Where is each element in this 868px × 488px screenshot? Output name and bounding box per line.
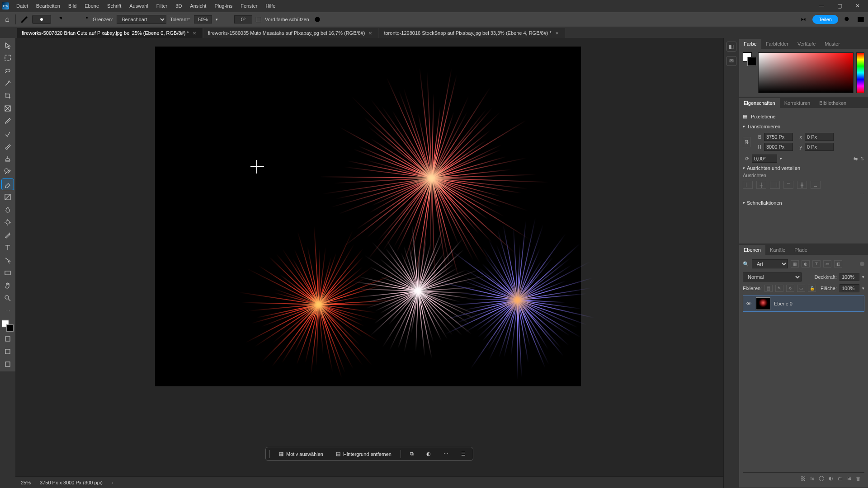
align-bottom-icon[interactable]: ⎽	[811, 181, 821, 189]
pressure-icon[interactable]	[313, 15, 322, 24]
tab-close-icon[interactable]: ✕	[193, 31, 196, 36]
layer-name[interactable]: Ebene 0	[774, 301, 793, 306]
panel-tab-eigenschaften[interactable]: Eigenschaften	[739, 98, 780, 108]
tool-gradient[interactable]	[2, 192, 14, 202]
select-subject-button[interactable]: ▦ Motiv auswählen	[275, 449, 327, 459]
tolerance-dropdown-icon[interactable]: ▾	[216, 17, 218, 22]
flip-v-icon[interactable]: ⥮	[860, 156, 864, 162]
panel-tab-pfade[interactable]: Pfade	[790, 245, 812, 255]
tool-brush[interactable]	[2, 141, 14, 152]
tool-blur[interactable]	[2, 204, 14, 215]
align-top-icon[interactable]: ⎺	[783, 181, 793, 189]
tool-more[interactable]	[2, 305, 14, 316]
quick-actions-section[interactable]: Schnellaktionen	[747, 200, 782, 206]
search-icon[interactable]	[843, 15, 852, 24]
align-left-icon[interactable]: ⎸	[743, 181, 753, 189]
lock-paint-icon[interactable]: ✎	[775, 285, 783, 292]
angle-input[interactable]	[234, 15, 252, 23]
brush-preset-icon[interactable]	[32, 15, 51, 24]
tool-eraser[interactable]	[2, 179, 14, 190]
tolerance-input[interactable]	[194, 15, 212, 23]
menu-bild[interactable]: Bild	[65, 1, 80, 10]
filter-search-icon[interactable]: 🔍	[743, 261, 749, 267]
tool-history-brush[interactable]	[2, 166, 14, 177]
filter-type-icon[interactable]: T	[812, 260, 821, 267]
ctx-crop-icon[interactable]: ⧉	[406, 449, 417, 459]
tab-close-icon[interactable]: ✕	[368, 31, 372, 36]
filter-shape-icon[interactable]: ▭	[823, 260, 831, 267]
tool-crop[interactable]	[2, 90, 14, 101]
color-swatches[interactable]	[2, 320, 14, 332]
link-wh-icon[interactable]: ⇅	[743, 137, 750, 147]
panel-tab-bibliotheken[interactable]: Bibliotheken	[815, 98, 851, 108]
share-button[interactable]: Teilen	[812, 15, 838, 24]
width-input[interactable]	[764, 133, 793, 141]
home-button[interactable]: ⌂	[3, 15, 12, 24]
artboard[interactable]	[156, 47, 580, 386]
transform-section[interactable]: Transformieren	[747, 124, 780, 129]
tool-stamp[interactable]	[2, 154, 14, 164]
panel-tab-verläufe[interactable]: Verläufe	[793, 39, 820, 49]
edit-toolbar-icon[interactable]	[2, 333, 14, 344]
filter-toggle[interactable]	[860, 262, 864, 266]
dock-history-icon[interactable]: ◧	[726, 42, 736, 52]
sampling-once-icon[interactable]	[67, 15, 76, 24]
remove-background-button[interactable]: ▤ Hintergrund entfernen	[332, 449, 395, 459]
panel-tab-farbe[interactable]: Farbe	[739, 39, 761, 49]
sampling-swatch-icon[interactable]	[80, 15, 89, 24]
canvas-area[interactable]: ▦ Motiv auswählen ▤ Hintergrund entferne…	[15, 38, 723, 476]
tool-path-sel[interactable]	[2, 255, 14, 266]
quick-mask-icon[interactable]	[2, 346, 14, 357]
tool-healing[interactable]	[2, 128, 14, 139]
paint-symmetry-icon[interactable]	[799, 15, 808, 24]
window-maximize-button[interactable]: ▢	[835, 3, 844, 9]
menu-bearbeiten[interactable]: Bearbeiten	[33, 1, 64, 10]
lock-all-icon[interactable]: 🔒	[808, 285, 816, 292]
workspace-icon[interactable]	[856, 15, 865, 24]
group-layers-icon[interactable]: 🗀	[838, 476, 843, 481]
menu-plug-ins[interactable]: Plug-ins	[211, 1, 236, 10]
tool-shape[interactable]	[2, 267, 14, 278]
screen-mode-icon[interactable]	[2, 359, 14, 370]
tool-zoom[interactable]	[2, 293, 14, 304]
panel-tab-korrekturen[interactable]: Korrekturen	[780, 98, 815, 108]
menu-auswahl[interactable]: Auswahl	[126, 1, 152, 10]
layer-mask-icon[interactable]: ◯	[819, 475, 824, 481]
blend-mode-select[interactable]: Normal	[743, 272, 802, 282]
tool-frame[interactable]	[2, 103, 14, 114]
y-input[interactable]	[805, 143, 834, 151]
filter-adjust-icon[interactable]: ◐	[802, 260, 810, 267]
window-close-button[interactable]: ✕	[854, 3, 862, 9]
tab-close-icon[interactable]: ✕	[555, 31, 559, 36]
rotation-input[interactable]	[752, 155, 777, 163]
tool-rect-marquee[interactable]	[2, 52, 14, 63]
tool-dodge[interactable]	[2, 217, 14, 228]
x-input[interactable]	[805, 133, 834, 141]
ctx-more-icon[interactable]: ⋯	[440, 449, 452, 459]
align-more-icon[interactable]: ⋯	[743, 192, 864, 197]
ctx-properties-icon[interactable]: ☰	[458, 449, 469, 459]
tool-move[interactable]	[2, 40, 14, 51]
color-field[interactable]	[758, 52, 854, 93]
lock-position-icon[interactable]: ✥	[786, 285, 794, 292]
menu-schrift[interactable]: Schrift	[104, 1, 125, 10]
tool-eyedropper[interactable]	[2, 116, 14, 127]
align-vcenter-icon[interactable]: ╋	[797, 181, 807, 189]
layer-item[interactable]: 👁 Ebene 0	[743, 296, 864, 312]
document-tab[interactable]: fireworks-5007820 Brian Cute auf Pixabay…	[17, 28, 203, 38]
new-layer-icon[interactable]: ⊞	[847, 475, 851, 481]
filter-smart-icon[interactable]: ◧	[834, 260, 842, 267]
window-minimize-button[interactable]: —	[817, 3, 826, 9]
menu-datei[interactable]: Datei	[13, 1, 32, 10]
lock-artboard-icon[interactable]: ▭	[797, 285, 805, 292]
panel-tab-ebenen[interactable]: Ebenen	[739, 245, 765, 255]
tool-preset-icon[interactable]	[19, 15, 28, 24]
menu-ansicht[interactable]: Ansicht	[186, 1, 210, 10]
link-layers-icon[interactable]: ⛓	[801, 476, 806, 481]
status-arrow-icon[interactable]: ›	[112, 480, 113, 485]
document-tab[interactable]: fireworks-1586035 Muto Masataka auf Pixa…	[203, 28, 379, 38]
zoom-level[interactable]: 25%	[21, 480, 31, 485]
color-fgbg[interactable]	[743, 52, 755, 93]
tool-pen[interactable]	[2, 230, 14, 240]
align-hcenter-icon[interactable]: ┼	[756, 181, 766, 189]
